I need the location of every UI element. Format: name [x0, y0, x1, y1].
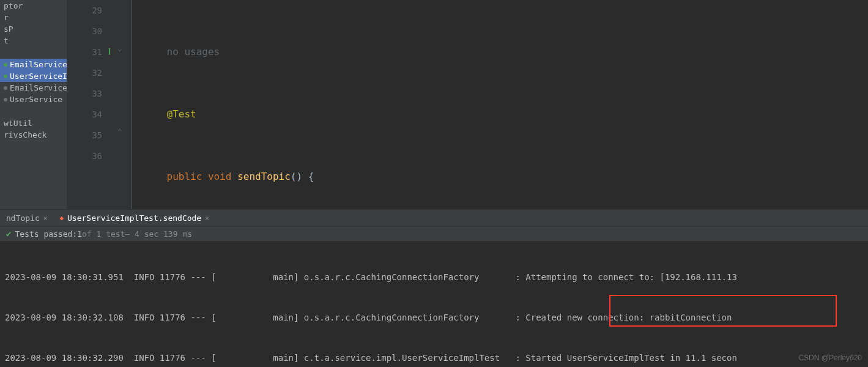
code-area[interactable]: no usages @Test public void sendTopic() … — [132, 0, 868, 209]
run-config-icon: ◆ — [59, 214, 64, 222]
class-icon — [4, 75, 7, 78]
line-gutter: 29 30 31 32 33 34 35 36 — [67, 0, 110, 209]
fold-toggle-icon[interactable]: ⌄ — [117, 44, 124, 53]
sidebar-item[interactable]: wtUtil — [0, 117, 67, 129]
interface-icon — [4, 86, 7, 90]
class-icon — [4, 63, 7, 67]
test-status-bar: ✔ Tests passed: 1 of 1 test – 4 sec 139 … — [0, 226, 868, 241]
console-output[interactable]: 2023-08-09 18:30:31.951 INFO 11776 --- [… — [0, 241, 868, 367]
sidebar-item[interactable]: rivsCheck — [0, 129, 67, 141]
usage-hint: no usages — [167, 46, 220, 57]
interface-icon — [4, 98, 7, 102]
editor[interactable]: 29 30 31 32 33 34 35 36 ⌄ ⌃ no usages @T… — [67, 0, 868, 209]
sidebar-item[interactable]: ptor — [0, 0, 67, 12]
sidebar-item[interactable]: r — [0, 12, 67, 23]
log-line: 2023-08-09 18:30:32.290 INFO 11776 --- [… — [5, 351, 863, 365]
log-line: 2023-08-09 18:30:31.951 INFO 11776 --- [… — [5, 270, 863, 284]
tab-sendtopic[interactable]: ndTopic ✕ — [0, 210, 53, 226]
close-icon[interactable]: ✕ — [205, 214, 209, 222]
tab-sendcode[interactable]: ◆ UserServiceImplTest.sendCode ✕ — [53, 210, 215, 226]
fold-end-icon: ⌃ — [117, 127, 124, 136]
log-line: 2023-08-09 18:30:32.108 INFO 11776 --- [… — [5, 311, 863, 324]
watermark: CSDN @Perley620 — [798, 351, 862, 365]
close-icon[interactable]: ✕ — [43, 214, 48, 222]
run-tabs[interactable]: ndTopic ✕ ◆ UserServiceImplTest.sendCode… — [0, 209, 868, 226]
project-sidebar[interactable]: ptor r sP t EmailServiceI UserServiceIr … — [0, 0, 67, 209]
fold-column[interactable]: ⌄ ⌃ — [110, 0, 132, 209]
sidebar-item-emailserviceimpl[interactable]: EmailServiceI — [0, 59, 67, 70]
sidebar-item-userservice[interactable]: UserService — [0, 94, 67, 105]
sidebar-item-userserviceimpl[interactable]: UserServiceIr — [0, 70, 67, 82]
sidebar-item-emailservice[interactable]: EmailService — [0, 82, 67, 94]
check-icon: ✔ — [6, 229, 11, 239]
sidebar-item[interactable]: sP — [0, 23, 67, 35]
annotation: @Test — [167, 108, 196, 120]
sidebar-item[interactable]: t — [0, 35, 67, 46]
